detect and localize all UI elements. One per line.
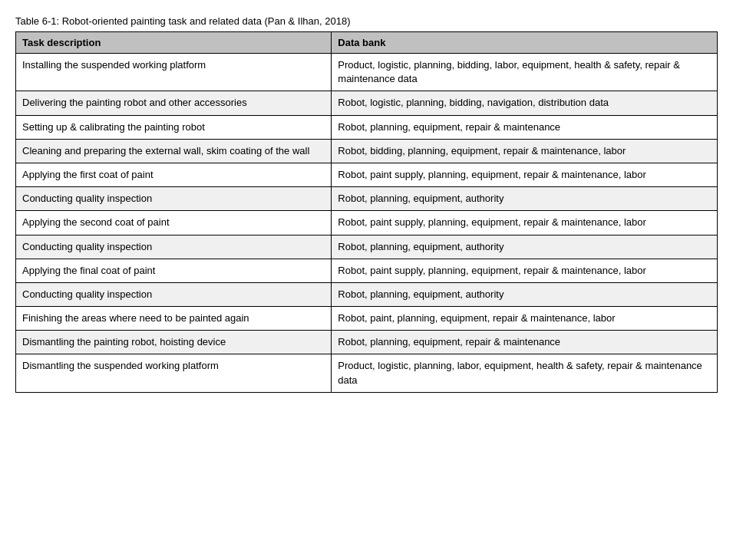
table-row: Applying the final coat of paintRobot, p… — [16, 259, 718, 282]
data-cell: Robot, planning, equipment, authority — [332, 235, 718, 259]
table-row: Installing the suspended working platfor… — [16, 54, 718, 91]
data-cell: Robot, planning, equipment, repair & mai… — [332, 115, 718, 139]
data-cell: Robot, logistic, planning, bidding, navi… — [332, 91, 718, 115]
data-cell: Product, logistic, planning, bidding, la… — [332, 54, 718, 91]
table-row: Setting up & calibrating the painting ro… — [16, 115, 718, 139]
data-cell: Robot, paint supply, planning, equipment… — [332, 163, 718, 186]
task-cell: Delivering the painting robot and other … — [16, 91, 332, 115]
table-row: Applying the second coat of paintRobot, … — [16, 211, 718, 235]
table-row: Conducting quality inspectionRobot, plan… — [16, 235, 718, 259]
task-cell: Conducting quality inspection — [16, 187, 332, 211]
data-cell: Robot, paint supply, planning, equipment… — [332, 259, 718, 282]
data-cell: Robot, planning, equipment, repair & mai… — [332, 331, 718, 354]
main-table: Task description Data bank Installing th… — [15, 31, 718, 393]
table-row: Dismantling the painting robot, hoisting… — [16, 331, 718, 354]
task-cell: Finishing the areas where need to be pai… — [16, 307, 332, 331]
table-row: Applying the first coat of paintRobot, p… — [16, 163, 718, 186]
table-row: Delivering the painting robot and other … — [16, 91, 718, 115]
table-row: Finishing the areas where need to be pai… — [16, 307, 718, 331]
data-cell: Robot, bidding, planning, equipment, rep… — [332, 139, 718, 163]
task-cell: Cleaning and preparing the external wall… — [16, 139, 332, 163]
table-header-row: Task description Data bank — [16, 32, 718, 54]
table-row: Conducting quality inspectionRobot, plan… — [16, 282, 718, 306]
task-cell: Applying the first coat of paint — [16, 163, 332, 186]
task-cell: Dismantling the painting robot, hoisting… — [16, 331, 332, 354]
table-caption: Table 6-1: Robot-oriented painting task … — [15, 15, 718, 27]
table-row: Cleaning and preparing the external wall… — [16, 139, 718, 163]
data-cell: Product, logistic, planning, labor, equi… — [332, 354, 718, 392]
col-header-data: Data bank — [332, 32, 718, 54]
task-cell: Applying the final coat of paint — [16, 259, 332, 282]
task-cell: Installing the suspended working platfor… — [16, 54, 332, 91]
table-row: Dismantling the suspended working platfo… — [16, 354, 718, 392]
task-cell: Setting up & calibrating the painting ro… — [16, 115, 332, 139]
table-row: Conducting quality inspectionRobot, plan… — [16, 187, 718, 211]
task-cell: Conducting quality inspection — [16, 235, 332, 259]
data-cell: Robot, planning, equipment, authority — [332, 187, 718, 211]
data-cell: Robot, paint, planning, equipment, repai… — [332, 307, 718, 331]
col-header-task: Task description — [16, 32, 332, 54]
task-cell: Dismantling the suspended working platfo… — [16, 354, 332, 392]
task-cell: Applying the second coat of paint — [16, 211, 332, 235]
task-cell: Conducting quality inspection — [16, 282, 332, 306]
data-cell: Robot, paint supply, planning, equipment… — [332, 211, 718, 235]
data-cell: Robot, planning, equipment, authority — [332, 282, 718, 306]
